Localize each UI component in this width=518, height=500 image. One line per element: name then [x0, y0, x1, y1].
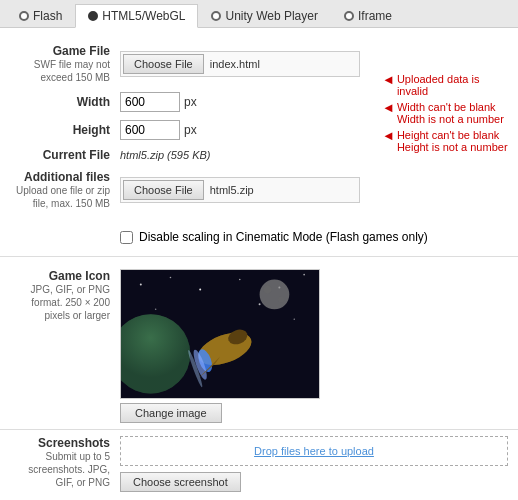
choose-screenshot-button[interactable]: Choose screenshot — [120, 472, 241, 492]
tab-flash[interactable]: Flash — [6, 4, 75, 27]
svg-point-8 — [259, 303, 261, 305]
error-text-2: Width can't be blank Width is not a numb… — [397, 101, 512, 125]
error-text-1: Uploaded data is invalid — [397, 73, 512, 97]
error-arrow-3: ◄ — [382, 129, 395, 142]
additional-file-input-group: Choose File html5.zip — [120, 177, 360, 203]
radio-unity — [211, 11, 221, 21]
drop-zone[interactable]: Drop files here to upload — [120, 436, 508, 466]
height-px: px — [184, 123, 197, 137]
screenshots-label: Screenshots — [10, 436, 110, 450]
game-preview-svg — [121, 270, 319, 398]
error-arrow-2: ◄ — [382, 101, 395, 114]
game-file-name: index.html — [204, 56, 357, 72]
game-preview — [121, 270, 319, 398]
game-icon-image-box — [120, 269, 320, 399]
game-file-input-group: Choose File index.html — [120, 51, 360, 77]
svg-point-7 — [155, 308, 157, 310]
width-px: px — [184, 95, 197, 109]
disable-scaling-row: Disable scaling in Cinematic Mode (Flash… — [0, 224, 518, 250]
additional-file-name: html5.zip — [204, 182, 357, 198]
disable-scaling-label: Disable scaling in Cinematic Mode (Flash… — [139, 230, 428, 244]
screenshots-section: Screenshots Submit up to 5 screenshots. … — [0, 429, 518, 498]
height-input[interactable] — [120, 120, 180, 140]
app-container: Flash HTML5/WebGL Unity Web Player Ifram… — [0, 0, 518, 500]
game-icon-label-col: Game Icon JPG, GIF, or PNG format. 250 ×… — [10, 269, 120, 423]
current-file-label: Current File — [10, 148, 120, 162]
error-arrow-1: ◄ — [382, 73, 395, 86]
svg-point-14 — [278, 296, 284, 302]
svg-point-1 — [140, 284, 142, 286]
disable-scaling-checkbox[interactable] — [120, 231, 133, 244]
svg-point-3 — [199, 288, 201, 290]
choose-additional-button[interactable]: Choose File — [123, 180, 204, 200]
screenshots-label-col: Screenshots Submit up to 5 screenshots. … — [10, 436, 120, 492]
svg-point-4 — [239, 279, 240, 280]
error-item-1: ◄ Uploaded data is invalid — [382, 73, 512, 97]
svg-point-9 — [294, 318, 295, 319]
tab-unity[interactable]: Unity Web Player — [198, 4, 330, 27]
game-file-sub: SWF file may not exceed 150 MB — [10, 58, 110, 84]
game-icon-label: Game Icon — [10, 269, 110, 283]
additional-files-row: Additional files Upload one file or zip … — [10, 170, 508, 210]
change-image-button[interactable]: Change image — [120, 403, 222, 423]
svg-point-12 — [260, 280, 290, 310]
width-input[interactable] — [120, 92, 180, 112]
additional-files-label: Additional files — [10, 170, 110, 184]
radio-html5 — [88, 11, 98, 21]
height-label: Height — [10, 123, 120, 137]
svg-point-2 — [170, 277, 172, 279]
game-icon-sub: JPG, GIF, or PNG format. 250 × 200 pixel… — [10, 283, 110, 322]
flash-only-note: (Flash games only) — [326, 230, 428, 244]
current-file-value: html5.zip (595 KB) — [120, 149, 210, 161]
error-item-2: ◄ Width can't be blank Width is not a nu… — [382, 101, 512, 125]
additional-files-sub: Upload one file or zip file, max. 150 MB — [10, 184, 110, 210]
content-area: ◄ Uploaded data is invalid ◄ Width can't… — [0, 28, 518, 500]
svg-point-6 — [303, 274, 305, 276]
game-icon-section: Game Icon JPG, GIF, or PNG format. 250 ×… — [0, 263, 518, 429]
tab-iframe[interactable]: Iframe — [331, 4, 405, 27]
divider-1 — [0, 256, 518, 257]
tab-bar: Flash HTML5/WebGL Unity Web Player Ifram… — [0, 0, 518, 28]
game-file-label: Game File — [10, 44, 110, 58]
radio-flash — [19, 11, 29, 21]
screenshots-sub: Submit up to 5 screenshots. JPG, GIF, or… — [10, 450, 110, 489]
drop-zone-text[interactable]: Drop files here to upload — [254, 445, 374, 457]
choose-file-button[interactable]: Choose File — [123, 54, 204, 74]
screenshots-content: Drop files here to upload Choose screens… — [120, 436, 508, 492]
svg-point-13 — [264, 285, 272, 293]
additional-files-control: Choose File html5.zip — [120, 177, 508, 203]
error-text-3: Height can't be blank Height is not a nu… — [397, 129, 512, 153]
tab-html5[interactable]: HTML5/WebGL — [75, 4, 198, 28]
game-icon-content: Change image — [120, 269, 508, 423]
radio-iframe — [344, 11, 354, 21]
error-panel: ◄ Uploaded data is invalid ◄ Width can't… — [382, 73, 512, 157]
width-label: Width — [10, 95, 120, 109]
error-item-3: ◄ Height can't be blank Height is not a … — [382, 129, 512, 153]
